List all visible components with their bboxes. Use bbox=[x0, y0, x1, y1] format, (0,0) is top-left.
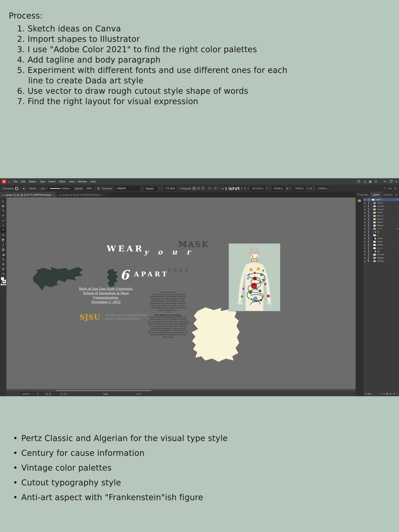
artboard-tool[interactable]: ⊞ bbox=[1, 266, 6, 271]
line-tool[interactable]: ╱ bbox=[1, 223, 6, 228]
document-setup-icon[interactable] bbox=[97, 187, 100, 190]
color-mode-icons[interactable] bbox=[1, 284, 6, 285]
bullet-list-icon[interactable] bbox=[209, 187, 211, 190]
target-circle-icon[interactable]: ○ bbox=[396, 238, 398, 239]
paintbrush-tool[interactable]: ✏ bbox=[1, 213, 6, 218]
visibility-eye-icon[interactable]: ◉ bbox=[363, 254, 367, 256]
menu-item[interactable]: Select bbox=[49, 180, 56, 183]
menu-item[interactable]: Window bbox=[78, 180, 87, 183]
constrain-proportions-icon[interactable]: ∞ bbox=[307, 187, 308, 190]
layer-label[interactable]: <Group> bbox=[377, 208, 396, 210]
visibility-eye-icon[interactable]: ◉ bbox=[363, 257, 367, 259]
type-tool[interactable]: T bbox=[1, 228, 6, 233]
layer-label[interactable]: APART bbox=[377, 244, 396, 246]
new-layer-icon[interactable]: ⊞ bbox=[393, 393, 395, 395]
layer-label[interactable]: Layer 1 bbox=[375, 199, 394, 201]
h-value[interactable]: 2.6318 in bbox=[316, 187, 328, 190]
visibility-eye-icon[interactable]: ◉ bbox=[363, 247, 367, 249]
stroke-stepper[interactable]: ▴▾ bbox=[38, 187, 39, 190]
target-circle-icon[interactable]: ○ bbox=[396, 218, 398, 220]
dots-grid-icon[interactable]: ⠿ bbox=[384, 187, 386, 190]
fill-color-swatch[interactable] bbox=[15, 187, 18, 190]
target-circle-icon[interactable]: ○ bbox=[396, 241, 398, 242]
layer-row[interactable]: ◉ <Path> ○ bbox=[363, 240, 399, 243]
visibility-eye-icon[interactable]: ◉ bbox=[363, 238, 367, 240]
layer-label[interactable]: <Image> bbox=[377, 257, 396, 259]
eraser-tool[interactable]: ◩ bbox=[1, 237, 6, 242]
visibility-eye-icon[interactable]: ◉ bbox=[363, 234, 367, 236]
search-icon[interactable] bbox=[363, 181, 366, 183]
layer-row[interactable]: ◉ ▸ <Group> ○ bbox=[363, 208, 399, 211]
stroke-value[interactable]: 1 pt bbox=[41, 187, 44, 190]
x-value[interactable]: -18.1733 in bbox=[250, 187, 265, 190]
layer-row[interactable]: ◉ y o u r ○ bbox=[363, 247, 399, 250]
target-circle-icon[interactable]: ○ bbox=[396, 212, 398, 213]
layer-row[interactable]: ◉ Does m... ○ bbox=[363, 217, 399, 221]
menu-item[interactable]: File bbox=[13, 180, 18, 183]
status-expand-icons[interactable]: ▶ ◀ bbox=[137, 393, 140, 395]
poster-does-block[interactable]: Does mask work? “COVID-19 spreads when a… bbox=[148, 291, 188, 313]
panel-tab-layers[interactable]: Layers bbox=[370, 192, 381, 198]
layer-row[interactable]: ◉ APART ○ bbox=[363, 243, 399, 247]
target-circle-icon[interactable]: ○ bbox=[396, 231, 398, 233]
font-size-value[interactable]: 173.4019 bbox=[164, 187, 176, 190]
stroke-proxy[interactable] bbox=[3, 280, 6, 283]
layer-label[interactable]: <Path> bbox=[377, 237, 396, 240]
document-tab[interactable]: ☁ poster (1).aic @ 16.67 % (CMYK/Preview… bbox=[0, 192, 56, 198]
y-value[interactable]: 9.5031 in bbox=[272, 187, 285, 190]
visibility-eye-icon[interactable]: ◉ bbox=[363, 241, 367, 243]
dark-cutout-blob-small[interactable] bbox=[106, 269, 120, 287]
layer-row[interactable]: ◉ <Path> ○ bbox=[363, 211, 399, 214]
menu-item[interactable]: Object bbox=[29, 180, 36, 183]
opacity-value[interactable]: 100% bbox=[85, 187, 94, 190]
numbered-list-icon[interactable] bbox=[215, 187, 217, 190]
horizontal-scrollbar[interactable] bbox=[6, 389, 356, 391]
expand-chevron-icon[interactable]: ▸ bbox=[371, 205, 373, 207]
expand-chevron-icon[interactable]: ▾ bbox=[370, 199, 372, 200]
visibility-eye-icon[interactable]: ◉ bbox=[363, 260, 367, 262]
font-size-stepper[interactable]: ▴▾ bbox=[162, 187, 162, 190]
layer-row[interactable]: ◉ f e e t ○ bbox=[363, 227, 399, 230]
layer-label[interactable]: <Group> bbox=[377, 205, 396, 207]
poster-six-text[interactable]: 6 bbox=[120, 267, 129, 282]
restore-button[interactable] bbox=[390, 181, 392, 183]
minimize-button[interactable] bbox=[384, 181, 386, 182]
panel-list-icon[interactable]: ≣ bbox=[395, 187, 397, 190]
target-circle-icon[interactable]: ○ bbox=[396, 251, 398, 252]
layer-row[interactable]: ◉ Why sh... ○ bbox=[363, 214, 399, 217]
menu-item[interactable]: Type bbox=[39, 180, 45, 183]
symbol-tool[interactable]: ∗ bbox=[1, 257, 6, 262]
delete-layer-icon[interactable]: ▯ bbox=[396, 393, 398, 395]
poster-feet-text[interactable]: FEET bbox=[168, 267, 190, 273]
layer-label[interactable]: Does m... bbox=[377, 218, 396, 220]
visibility-eye-icon[interactable]: ◉ bbox=[363, 228, 367, 230]
layer-row[interactable]: ◉ 6 ○ bbox=[363, 234, 399, 237]
font-family-dropdown[interactable]: ⌕ Algerian bbox=[114, 186, 140, 190]
layer-row[interactable]: ◉ <Path> ○ bbox=[363, 221, 399, 224]
panel-tab-properties[interactable]: Properties bbox=[356, 192, 370, 198]
curvature-tool[interactable]: ʃ bbox=[1, 242, 6, 247]
zoom-tool[interactable]: ⊙ bbox=[1, 271, 6, 276]
stroke-color-swatch[interactable]: ▣ bbox=[22, 187, 25, 190]
visibility-eye-icon[interactable]: ◉ bbox=[363, 218, 367, 220]
layer-label[interactable]: f e e t bbox=[377, 228, 394, 230]
target-circle-icon[interactable]: ○ bbox=[396, 254, 398, 255]
layer-label[interactable]: SK bbox=[377, 231, 396, 233]
layer-row[interactable]: ◉ Rally at ... ○ bbox=[363, 224, 399, 227]
visibility-eye-icon[interactable]: ◉ bbox=[363, 202, 367, 204]
lock-slot[interactable] bbox=[367, 260, 368, 262]
arrange-documents-icon[interactable]: ⊡ bbox=[375, 180, 377, 183]
visibility-eye-icon[interactable]: ◉ bbox=[363, 205, 367, 207]
collect-for-export-icon[interactable]: ↗ bbox=[380, 393, 382, 395]
align-objects-icons[interactable]: ▌ ▐ ▙ ▛ ▟ ▜ bbox=[226, 187, 239, 190]
panel-tab-libraries[interactable]: Libraries bbox=[381, 192, 394, 198]
edit-toolbar-icon[interactable]: ⋯ bbox=[2, 286, 4, 289]
menu-item[interactable]: Help bbox=[90, 180, 96, 183]
cream-cutout-blob[interactable] bbox=[191, 307, 241, 362]
comments-icon[interactable] bbox=[358, 200, 361, 202]
layer-row[interactable]: ◉ ▾ Layer 1 ○ bbox=[363, 198, 399, 201]
w-value[interactable]: 7.9702 in bbox=[293, 187, 305, 190]
locate-object-icon[interactable] bbox=[383, 393, 385, 394]
visibility-eye-icon[interactable]: ◉ bbox=[363, 209, 367, 210]
visibility-eye-icon[interactable]: ◉ bbox=[363, 225, 367, 227]
